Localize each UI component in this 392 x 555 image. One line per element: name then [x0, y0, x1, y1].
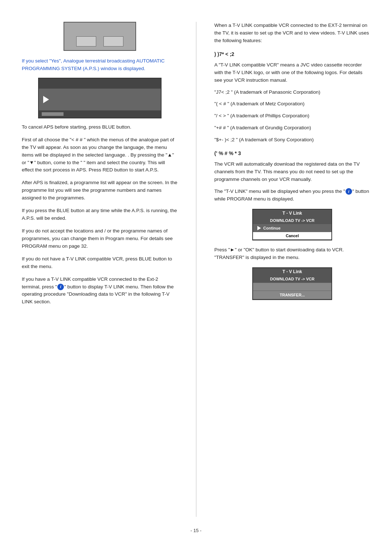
- para-choose-menu: First of all choose the "< # # " which t…: [22, 136, 178, 174]
- blue-caption: If you select "Yes", Analogue terrestria…: [22, 57, 178, 73]
- column-divider: [196, 22, 196, 517]
- para-menu-display: The "T-V LINK" menu will be displayed wh…: [215, 188, 371, 203]
- trademark-phillips: "/ < > " (A trademark of Phillips Corpor…: [215, 112, 371, 120]
- heading-channel-download: (' % # % * 3: [215, 150, 371, 156]
- para-auto-download: The VCR will automatically download the …: [215, 161, 371, 183]
- page-number: - 15 -: [22, 528, 370, 533]
- info-icon-left: i: [57, 284, 64, 290]
- right-column: When a T-V LINK compatible VCR connected…: [215, 22, 371, 517]
- para-cancel-aps: To cancel APS before starting, press BLU…: [22, 123, 178, 131]
- play-arrow-icon: [257, 226, 261, 230]
- play-icon: [43, 96, 49, 103]
- tv-screen-top: [64, 22, 136, 51]
- para-no-tvlink: If you do not have a T-V LINK compatible…: [22, 255, 178, 271]
- tvlink-title-1: T - V Link: [253, 210, 331, 217]
- page: If you select "Yes", Analogue terrestria…: [0, 0, 392, 555]
- para-tvlink-intro: When a T-V LINK compatible VCR connected…: [215, 22, 371, 45]
- para-press-ok: Press "►" or "OK" button to start downlo…: [215, 246, 371, 262]
- left-column: If you select "Yes", Analogue terrestria…: [22, 22, 178, 517]
- para-tvlink-compatible: A "T-V LINK compatible VCR" means a JVC …: [215, 61, 371, 84]
- trademark-sony: "$+- )< ;2 " (A trademark of Sony Corpor…: [215, 136, 371, 144]
- aps-screen: [38, 78, 162, 118]
- para-blue-button: If you press the BLUE button at any time…: [22, 207, 178, 222]
- tvlink-menu-1: T - V Link DOWNLOAD TV -> VCR Continue C…: [252, 209, 332, 240]
- para-have-tvlink: If you have a T-V LINK compatible VCR co…: [22, 276, 178, 306]
- tvlink-title-2: T - V Link: [253, 268, 331, 275]
- tvlink-transfer-row: TRANSFER...: [253, 291, 331, 299]
- yes-button-screen: [76, 36, 96, 46]
- tvlink-empty-row: [253, 283, 331, 291]
- para-program-menu: If you do not accept the locations and /…: [22, 227, 178, 250]
- heading-vcr-download: ) )7* < ;2: [215, 51, 371, 57]
- trademark-panasonic: "J7< ;2 " (A trademark of Panasonic Corp…: [215, 89, 371, 96]
- tvlink-menu-2: T - V Link DOWNLOAD TV -> VCR TRANSFER..…: [252, 267, 332, 300]
- para-aps-finalized: After APS is finalized, a programme list…: [22, 179, 178, 202]
- tvlink-cancel-row: Cancel: [253, 232, 331, 240]
- no-button-screen: [103, 36, 123, 46]
- tvlink-download-row-1: DOWNLOAD TV -> VCR: [253, 217, 331, 224]
- info-icon-right: i: [346, 188, 352, 195]
- tvlink-continue-row: Continue: [253, 224, 331, 232]
- trademark-grundig: "+# # " (A trademark of Grundig Corporat…: [215, 124, 371, 132]
- trademark-metz: "( < # " (A trademark of Metz Corporatio…: [215, 100, 371, 108]
- tvlink-download-row-2: DOWNLOAD TV -> VCR: [253, 275, 331, 283]
